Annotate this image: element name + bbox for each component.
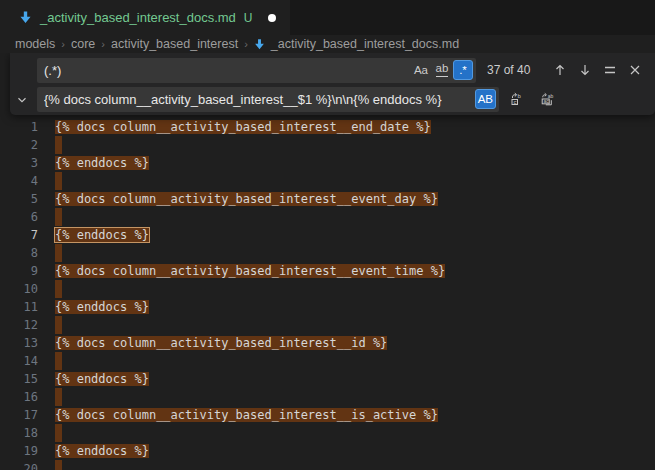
tab-filename: _activity_based_interest_docs.md — [40, 10, 236, 25]
find-match: {% docs column__activity_based_interest_… — [55, 120, 431, 134]
find-match — [55, 280, 62, 298]
code-line[interactable]: 20 — [0, 460, 655, 470]
line-content: {% docs column__activity_based_interest_… — [38, 262, 445, 280]
code-line[interactable]: 13{% docs column__activity_based_interes… — [0, 334, 655, 352]
breadcrumb-separator: › — [61, 38, 65, 50]
breadcrumb-item-core[interactable]: core — [71, 37, 95, 51]
line-number: 11 — [0, 298, 38, 316]
find-match: {% enddocs %} — [55, 300, 149, 314]
use-regex-button[interactable]: .* — [453, 60, 473, 80]
code-line[interactable]: 4 — [0, 172, 655, 190]
find-match: {% enddocs %} — [55, 444, 149, 458]
match-case-button[interactable]: Aa — [411, 60, 431, 80]
find-match: {% docs column__activity_based_interest_… — [55, 264, 445, 278]
line-number: 17 — [0, 406, 38, 424]
code-line[interactable]: 10 — [0, 280, 655, 298]
line-number: 2 — [0, 136, 38, 154]
breadcrumb-item-activity-based-interest[interactable]: activity_based_interest — [111, 37, 238, 51]
line-number: 19 — [0, 442, 38, 460]
line-content — [38, 352, 62, 370]
preserve-case-button[interactable]: AB — [475, 89, 496, 109]
find-match: {% docs column__activity_based_interest_… — [55, 192, 438, 206]
tab-bar: _activity_based_interest_docs.md U — [0, 0, 655, 35]
code-line[interactable]: 3{% enddocs %} — [0, 154, 655, 172]
line-content: {% enddocs %} — [38, 298, 149, 316]
breadcrumb-separator: › — [244, 38, 248, 50]
find-match: {% docs column__activity_based_interest_… — [55, 408, 438, 422]
code-line[interactable]: 11{% enddocs %} — [0, 298, 655, 316]
line-content — [38, 316, 62, 334]
replace-all-button[interactable]: ab ac — [536, 88, 558, 110]
line-number: 4 — [0, 172, 38, 190]
line-number: 16 — [0, 388, 38, 406]
next-match-button[interactable] — [574, 59, 596, 81]
line-number: 3 — [0, 154, 38, 172]
close-find-widget-button[interactable] — [624, 59, 646, 81]
line-content — [38, 460, 62, 470]
code-lines: 1{% docs column__activity_based_interest… — [0, 118, 655, 470]
code-line[interactable]: 14 — [0, 352, 655, 370]
find-match — [55, 244, 62, 262]
find-match — [55, 172, 62, 190]
find-match — [55, 352, 62, 370]
code-line[interactable]: 15{% enddocs %} — [0, 370, 655, 388]
line-number: 13 — [0, 334, 38, 352]
line-content — [38, 280, 62, 298]
line-number: 18 — [0, 424, 38, 442]
code-line[interactable]: 17{% docs column__activity_based_interes… — [0, 406, 655, 424]
find-results-count: 37 of 40 — [487, 63, 549, 77]
code-line[interactable]: 5{% docs column__activity_based_interest… — [0, 190, 655, 208]
toggle-replace-chevron-down-icon[interactable] — [13, 91, 31, 109]
line-content: {% enddocs %} — [38, 370, 149, 388]
code-line[interactable]: 19{% enddocs %} — [0, 442, 655, 460]
code-line[interactable]: 2 — [0, 136, 655, 154]
svg-text:c: c — [513, 99, 516, 105]
find-input[interactable]: (.*) Aa ab .* — [37, 58, 476, 83]
breadcrumb-item-models[interactable]: models — [15, 37, 55, 51]
replace-input-value: {% docs column__activity_based_interest_… — [44, 92, 474, 107]
breadcrumb-item-filename[interactable]: _activity_based_interest_docs.md — [271, 37, 459, 51]
line-content — [38, 172, 62, 190]
code-line[interactable]: 1{% docs column__activity_based_interest… — [0, 118, 655, 136]
tab-active-file[interactable]: _activity_based_interest_docs.md U — [0, 0, 290, 35]
code-line[interactable]: 16 — [0, 388, 655, 406]
line-content — [38, 424, 62, 442]
code-line[interactable]: 9{% docs column__activity_based_interest… — [0, 262, 655, 280]
find-match — [55, 136, 62, 154]
replace-input[interactable]: {% docs column__activity_based_interest_… — [37, 87, 499, 112]
line-content: {% enddocs %} — [38, 154, 149, 172]
line-content: {% docs column__activity_based_interest_… — [38, 334, 387, 352]
breadcrumb-separator: › — [101, 38, 105, 50]
find-match — [55, 208, 62, 226]
code-line[interactable]: 12 — [0, 316, 655, 334]
find-in-selection-button[interactable] — [599, 59, 621, 81]
modified-indicator-dot[interactable] — [268, 14, 276, 22]
line-number: 1 — [0, 118, 38, 136]
line-number: 15 — [0, 370, 38, 388]
previous-match-button[interactable] — [549, 59, 571, 81]
git-status-badge: U — [244, 11, 253, 25]
find-match — [55, 388, 62, 406]
line-number: 8 — [0, 244, 38, 262]
line-content — [38, 388, 62, 406]
code-line[interactable]: 6 — [0, 208, 655, 226]
line-content: {% docs column__activity_based_interest_… — [38, 118, 431, 136]
svg-text:ac: ac — [543, 98, 549, 104]
line-number: 20 — [0, 460, 38, 470]
editor[interactable]: (.*) Aa ab .* 37 of 40 — [0, 53, 655, 470]
replace-button[interactable]: b c — [506, 88, 528, 110]
whole-word-button[interactable]: ab — [432, 60, 452, 80]
line-number: 6 — [0, 208, 38, 226]
line-content: {% enddocs %} — [38, 442, 149, 460]
find-match — [55, 460, 62, 470]
find-match: {% enddocs %} — [55, 372, 149, 386]
line-content: {% docs column__activity_based_interest_… — [38, 190, 438, 208]
current-find-match: {% enddocs %} — [55, 228, 149, 242]
code-line[interactable]: 8 — [0, 244, 655, 262]
code-line[interactable]: 7{% enddocs %} — [0, 226, 655, 244]
find-match: {% docs column__activity_based_interest_… — [55, 336, 387, 350]
line-number: 12 — [0, 316, 38, 334]
find-match — [55, 424, 62, 442]
code-line[interactable]: 18 — [0, 424, 655, 442]
find-match — [55, 316, 62, 334]
